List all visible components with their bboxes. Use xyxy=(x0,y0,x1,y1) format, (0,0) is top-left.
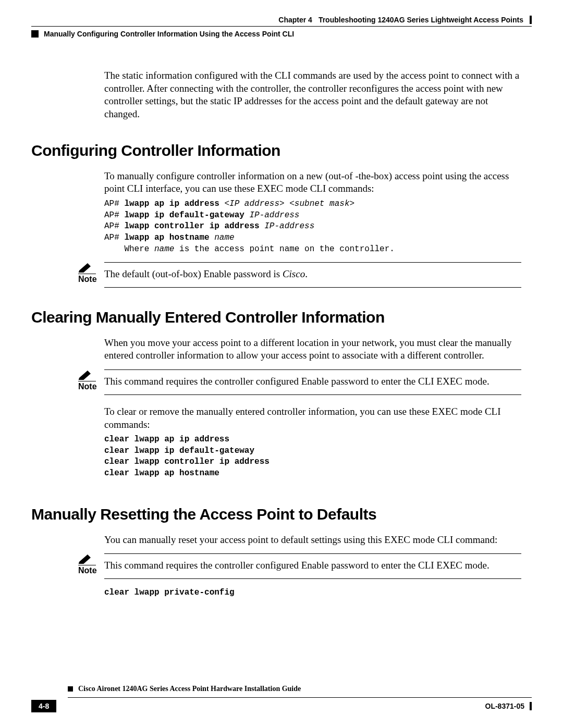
note-label: Note xyxy=(78,566,97,575)
chapter-title: Troubleshooting 1240AG Series Lightweigh… xyxy=(319,16,523,24)
square-bullet-icon xyxy=(31,30,39,38)
section2-para2: To clear or remove the manually entered … xyxy=(104,405,521,431)
chapter-label: Chapter 4 xyxy=(278,16,312,24)
note-body: This command requires the controller con… xyxy=(104,369,521,395)
section2-para1: When you move your access point to a dif… xyxy=(104,337,521,362)
page-footer: Cisco Aironet 1240AG Series Access Point… xyxy=(31,685,532,712)
footer-rule xyxy=(68,697,532,698)
doc-number: OL-8371-05 xyxy=(485,702,524,710)
header-rule xyxy=(31,26,532,27)
section3-code: clear lwapp private-config xyxy=(104,587,521,599)
vertical-bar-icon xyxy=(530,16,532,24)
header-sub-row: Manually Configuring Controller Informat… xyxy=(31,30,532,38)
section3-note: Note This command requires the controlle… xyxy=(78,553,521,579)
pencil-icon xyxy=(78,262,93,273)
page-number: 4-8 xyxy=(31,700,56,712)
note-label: Note xyxy=(78,382,97,391)
footer-guide-title: Cisco Aironet 1240AG Series Access Point… xyxy=(78,685,301,693)
section1-para: To manually configure controller informa… xyxy=(104,170,521,195)
square-bullet-icon xyxy=(68,686,73,692)
section1-note: Note The default (out-of-box) Enable pas… xyxy=(78,262,521,288)
vertical-bar-icon xyxy=(530,702,532,710)
note-body: The default (out-of-box) Enable password… xyxy=(104,262,521,288)
pencil-icon xyxy=(78,553,93,564)
pencil-icon xyxy=(78,369,93,380)
note-body: This command requires the controller con… xyxy=(104,553,521,579)
section3-para: You can manually reset your access point… xyxy=(104,534,521,547)
intro-paragraph: The static information configured with t… xyxy=(104,69,521,121)
section2-heading: Clearing Manually Entered Controller Inf… xyxy=(31,309,532,326)
section2-note: Note This command requires the controlle… xyxy=(78,369,521,395)
section3-heading: Manually Resetting the Access Point to D… xyxy=(31,505,532,523)
section1-heading: Configuring Controller Information xyxy=(31,142,532,159)
section1-code: AP# lwapp ap ip address <IP address> <su… xyxy=(104,199,521,255)
section2-code: clear lwapp ap ip address clear lwapp ip… xyxy=(104,434,521,479)
note-label: Note xyxy=(78,275,97,283)
header-subhead: Manually Configuring Controller Informat… xyxy=(44,30,294,38)
header-top-row: Chapter 4 Troubleshooting 1240AG Series … xyxy=(31,16,532,24)
